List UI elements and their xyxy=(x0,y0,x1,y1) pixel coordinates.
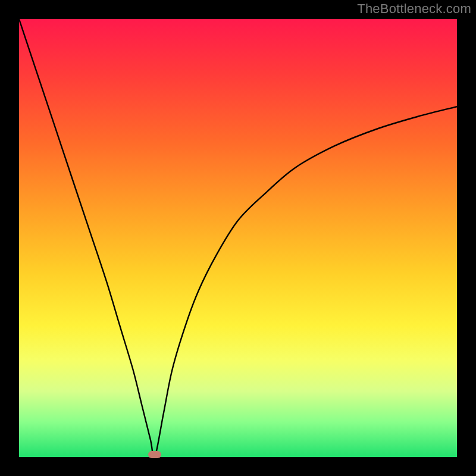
chart-plot-area xyxy=(19,19,457,457)
optimum-marker xyxy=(148,451,161,458)
chart-frame: TheBottleneck.com xyxy=(0,0,476,476)
watermark-text: TheBottleneck.com xyxy=(357,1,471,17)
bottleneck-curve xyxy=(19,19,457,457)
